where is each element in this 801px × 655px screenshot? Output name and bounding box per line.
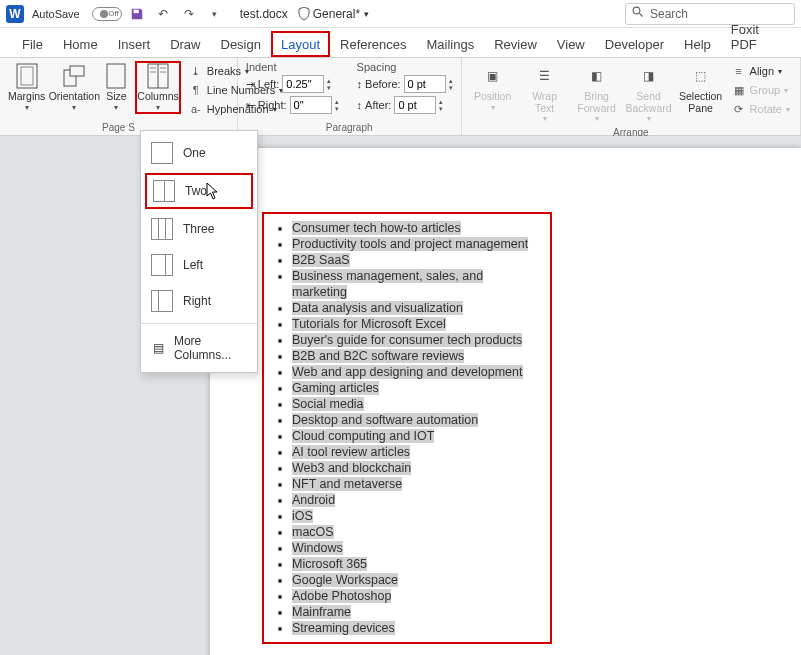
list-item[interactable]: Buyer's guide for consumer tech products [292, 332, 540, 348]
align-button[interactable]: ≡Align ▾ [730, 63, 792, 79]
list-item[interactable]: macOS [292, 524, 540, 540]
list-item[interactable]: Productivity tools and project managemen… [292, 236, 540, 252]
left-column-icon [151, 254, 173, 276]
spacing-before[interactable]: ↕Before:▴▾ [357, 75, 453, 93]
indent-right-icon: ⇤ [246, 99, 255, 112]
bring-forward-icon: ◧ [584, 63, 610, 89]
line-numbers-icon: ¶ [189, 83, 203, 97]
svg-rect-6 [70, 66, 84, 76]
send-backward-icon: ◨ [636, 63, 662, 89]
svg-rect-3 [17, 64, 37, 88]
document-name: test.docx [240, 7, 288, 21]
list-item[interactable]: Web3 and blockchain [292, 460, 540, 476]
save-icon[interactable] [126, 3, 148, 25]
list-item[interactable]: Consumer tech how-to articles [292, 220, 540, 236]
svg-rect-4 [21, 67, 33, 85]
columns-left[interactable]: Left [141, 247, 257, 283]
svg-rect-7 [107, 64, 125, 88]
sensitivity-label[interactable]: General* ▾ [298, 7, 369, 21]
redo-icon[interactable]: ↷ [178, 3, 200, 25]
autosave-toggle[interactable]: Off [90, 7, 122, 21]
tab-review[interactable]: Review [484, 31, 547, 57]
list-item[interactable]: Tutorials for Microsoft Excel [292, 316, 540, 332]
position-button: ▣Position▾ [470, 61, 516, 114]
tab-home[interactable]: Home [53, 31, 108, 57]
list-item[interactable]: Gaming articles [292, 380, 540, 396]
rotate-icon: ⟳ [732, 102, 746, 116]
columns-icon [145, 63, 171, 89]
more-columns[interactable]: ▤ More Columns... [141, 328, 257, 368]
right-column-icon [151, 290, 173, 312]
list-item[interactable]: Web and app designing and development [292, 364, 540, 380]
group-paragraph: Indent ⇥Left:▴▾ ⇤Right:▴▾ Spacing ↕Befor… [238, 58, 462, 135]
columns-three[interactable]: Three [141, 211, 257, 247]
word-app-icon: W [6, 5, 24, 23]
size-button[interactable]: Size▾ [103, 61, 129, 114]
list-item[interactable]: Google Workspace [292, 572, 540, 588]
tab-insert[interactable]: Insert [108, 31, 161, 57]
list-item[interactable]: B2B SaaS [292, 252, 540, 268]
tab-foxit[interactable]: Foxit PDF [721, 16, 793, 57]
wrap-text-icon: ☰ [532, 63, 558, 89]
indent-header: Indent [246, 61, 339, 73]
list-item[interactable]: Streaming devices [292, 620, 540, 636]
svg-line-2 [640, 14, 643, 17]
bulleted-list[interactable]: Consumer tech how-to articlesProductivit… [274, 220, 540, 636]
bring-forward-button: ◧Bring Forward▾ [574, 61, 620, 125]
autosave-label: AutoSave [32, 8, 80, 20]
list-item[interactable]: Desktop and software automation [292, 412, 540, 428]
align-icon: ≡ [732, 64, 746, 78]
tab-help[interactable]: Help [674, 31, 721, 57]
list-item[interactable]: NFT and metaverse [292, 476, 540, 492]
list-item[interactable]: AI tool review articles [292, 444, 540, 460]
list-item[interactable]: Adobe Photoshop [292, 588, 540, 604]
orientation-button[interactable]: Orientation▾ [51, 61, 97, 114]
group-icon: ▦ [732, 83, 746, 97]
list-item[interactable]: Microsoft 365 [292, 556, 540, 572]
list-item[interactable]: iOS [292, 508, 540, 524]
page[interactable]: Consumer tech how-to articlesProductivit… [210, 148, 801, 655]
wrap-text-button: ☰Wrap Text▾ [522, 61, 568, 125]
tab-developer[interactable]: Developer [595, 31, 674, 57]
list-item[interactable]: Mainframe [292, 604, 540, 620]
selection-pane-icon: ⬚ [688, 63, 714, 89]
columns-button[interactable]: Columns▾ [135, 61, 180, 114]
tab-layout[interactable]: Layout [271, 31, 330, 57]
spacing-after[interactable]: ↕After:▴▾ [357, 96, 453, 114]
selection-pane-button[interactable]: ⬚Selection Pane [678, 61, 724, 116]
list-item[interactable]: Windows [292, 540, 540, 556]
group-arrange: ▣Position▾ ☰Wrap Text▾ ◧Bring Forward▾ ◨… [462, 58, 801, 135]
spacing-header: Spacing [357, 61, 453, 73]
tab-file[interactable]: File [12, 31, 53, 57]
rotate-button: ⟳Rotate ▾ [730, 101, 792, 117]
indent-left[interactable]: ⇥Left:▴▾ [246, 75, 339, 93]
title-bar: W AutoSave Off ↶ ↷ ▾ test.docx General* … [0, 0, 801, 28]
list-item[interactable]: Business management, sales, and marketin… [292, 268, 540, 300]
tab-view[interactable]: View [547, 31, 595, 57]
list-item[interactable]: Data analysis and visualization [292, 300, 540, 316]
columns-right[interactable]: Right [141, 283, 257, 319]
tab-design[interactable]: Design [211, 31, 271, 57]
list-item[interactable]: Cloud computing and IOT [292, 428, 540, 444]
list-item[interactable]: Social media [292, 396, 540, 412]
list-item[interactable]: Android [292, 492, 540, 508]
indent-left-icon: ⇥ [246, 78, 255, 91]
one-column-icon [151, 142, 173, 164]
columns-dropdown: One Two Three Left Right ▤ More Columns.… [140, 130, 258, 373]
group-label-page-setup: Page S [102, 122, 135, 133]
undo-icon[interactable]: ↶ [152, 3, 174, 25]
columns-two[interactable]: Two [145, 173, 253, 209]
margins-button[interactable]: Margins▾ [8, 61, 45, 114]
tab-draw[interactable]: Draw [160, 31, 210, 57]
size-icon [103, 63, 129, 89]
tab-mailings[interactable]: Mailings [417, 31, 485, 57]
columns-one[interactable]: One [141, 135, 257, 171]
search-placeholder: Search [650, 7, 688, 21]
three-column-icon [151, 218, 173, 240]
tab-references[interactable]: References [330, 31, 416, 57]
list-item[interactable]: B2B and B2C software reviews [292, 348, 540, 364]
qat-dropdown-icon[interactable]: ▾ [204, 3, 226, 25]
group-page-setup: Margins▾ Orientation▾ Size▾ Columns▾ ⤓Br… [0, 58, 238, 135]
indent-right[interactable]: ⇤Right:▴▾ [246, 96, 339, 114]
send-backward-button: ◨Send Backward▾ [626, 61, 672, 125]
